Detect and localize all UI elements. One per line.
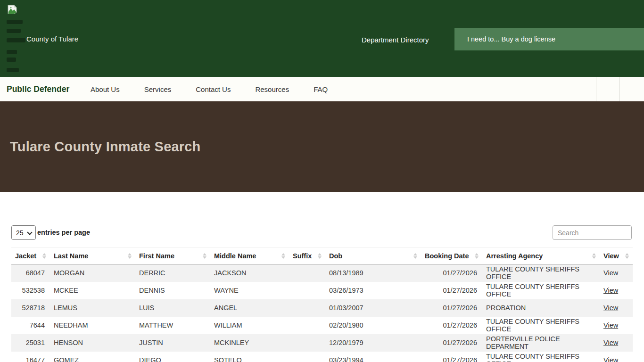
view-link[interactable]: View (603, 287, 618, 294)
cell-arresting-agency: TULARE COUNTY SHERIFFS OFFICE (482, 317, 600, 334)
cell-jacket: 7644 (11, 317, 50, 334)
sort-arrows-icon[interactable] (128, 253, 132, 259)
sort-arrows-icon[interactable] (318, 253, 322, 259)
cell-arresting-agency: TULARE COUNTY SHERIFFS OFFICE (482, 282, 600, 299)
cell-middle-name: WILLIAM (210, 317, 289, 334)
ghost-menu-line (7, 20, 23, 24)
column-header-booking-date[interactable]: Booking Date (421, 247, 482, 264)
cell-booking-date: 01/27/2026 (421, 264, 482, 282)
cell-booking-date: 01/27/2026 (421, 317, 482, 334)
department-title: Public Defender (7, 77, 69, 101)
column-header-suffix[interactable]: Suffix (289, 247, 325, 264)
cell-arresting-agency: PROBATION (482, 299, 600, 317)
column-header-middle-name[interactable]: Middle Name (210, 247, 289, 264)
cell-arresting-agency: TULARE COUNTY SHERIFFS OFFICE (482, 264, 600, 282)
department-nav: Public Defender About Us Services Contac… (0, 77, 644, 101)
cell-middle-name: SOTELO (210, 352, 289, 362)
sort-arrows-icon[interactable] (625, 253, 629, 259)
cell-dob: 01/03/2007 (325, 299, 421, 317)
ghost-menu-line (7, 58, 16, 62)
entries-per-page-label: entries per page (37, 229, 90, 236)
cell-first-name: MATTHEW (135, 317, 210, 334)
view-link[interactable]: View (603, 321, 618, 329)
cell-dob: 12/20/1979 (325, 334, 421, 352)
cell-jacket: 25031 (11, 334, 50, 352)
ghost-menu-line (7, 38, 25, 42)
table-row: 7644 NEEDHAM MATTHEW WILLIAM 02/20/1980 … (11, 317, 633, 334)
inmate-table: Jacket Last Name First Name Middle Name … (11, 247, 633, 362)
cell-suffix (289, 282, 325, 299)
cell-booking-date: 01/27/2026 (421, 299, 482, 317)
view-link[interactable]: View (603, 304, 618, 312)
nav-item-resources[interactable]: Resources (243, 85, 301, 93)
cell-jacket: 528718 (11, 299, 50, 317)
nav-item-faq[interactable]: FAQ (301, 85, 340, 93)
column-header-jacket[interactable]: Jacket (11, 247, 50, 264)
column-header-arresting-agency[interactable]: Arresting Agency (482, 247, 600, 264)
nav-item-contact-us[interactable]: Contact Us (183, 85, 243, 93)
department-directory-link[interactable]: Department Directory (362, 36, 429, 44)
cell-booking-date: 01/27/2026 (421, 334, 482, 352)
cell-first-name: LUIS (135, 299, 210, 317)
cell-dob: 02/20/1980 (325, 317, 421, 334)
table-row: 25031 HENSON JUSTIN MCKINLEY 12/20/1979 … (11, 334, 633, 352)
table-controls: 25 entries per page (11, 225, 633, 247)
cell-suffix (289, 299, 325, 317)
column-header-first-name[interactable]: First Name (135, 247, 210, 264)
site-name: County of Tulare (26, 35, 78, 43)
sort-arrows-icon[interactable] (42, 253, 46, 259)
cell-middle-name: ANGEL (210, 299, 289, 317)
sort-arrows-icon[interactable] (592, 253, 596, 259)
cell-jacket: 68047 (11, 264, 50, 282)
ghost-menu-line (7, 29, 21, 33)
ghost-menu-line (7, 50, 17, 54)
sort-arrows-icon[interactable] (475, 253, 479, 259)
cell-booking-date: 01/27/2026 (421, 352, 482, 362)
cell-last-name: LEMUS (50, 299, 135, 317)
view-link[interactable]: View (603, 356, 618, 362)
nav-divider (596, 77, 596, 101)
sort-arrows-icon[interactable] (281, 253, 285, 259)
broken-image-icon (7, 4, 18, 15)
column-header-dob[interactable]: Dob (325, 247, 421, 264)
cell-first-name: DIEGO (135, 352, 210, 362)
cell-jacket: 532538 (11, 282, 50, 299)
cell-last-name: NEEDHAM (50, 317, 135, 334)
entries-select-wrap: 25 (11, 225, 36, 240)
cell-first-name: DENNIS (135, 282, 210, 299)
ghost-menu-line (7, 68, 19, 72)
entries-per-page-select[interactable]: 25 (11, 225, 36, 240)
view-link[interactable]: View (603, 339, 618, 346)
cell-jacket: 16477 (11, 352, 50, 362)
nav-item-services[interactable]: Services (132, 85, 184, 93)
cell-booking-date: 01/27/2026 (421, 282, 482, 299)
sort-arrows-icon[interactable] (203, 253, 206, 259)
page: County of Tulare Department Directory I … (0, 0, 644, 362)
cell-last-name: MORGAN (50, 264, 135, 282)
hero-banner: Tulare County Inmate Search (0, 101, 644, 192)
view-link[interactable]: View (603, 269, 618, 277)
cell-last-name: MCKEE (50, 282, 135, 299)
nav-item-about-us[interactable]: About Us (78, 85, 132, 93)
cell-arresting-agency: TULARE COUNTY SHERIFFS OFFICE (482, 352, 600, 362)
cell-suffix (289, 317, 325, 334)
page-title: Tulare County Inmate Search (10, 139, 201, 155)
column-header-last-name[interactable]: Last Name (50, 247, 135, 264)
cell-first-name: JUSTIN (135, 334, 210, 352)
cell-arresting-agency: PORTERVILLE POLICE DEPARMENT (482, 334, 600, 352)
i-need-to-button[interactable]: I need to... Buy a dog license (454, 28, 644, 50)
nav-divider (619, 77, 620, 101)
search-input[interactable] (553, 225, 632, 240)
cell-middle-name: JACKSON (210, 264, 289, 282)
sort-arrows-icon[interactable] (413, 253, 417, 259)
table-row: 532538 MCKEE DENNIS WAYNE 03/26/1973 01/… (11, 282, 633, 299)
cell-suffix (289, 334, 325, 352)
table-row: 528718 LEMUS LUIS ANGEL 01/03/2007 01/27… (11, 299, 633, 317)
cell-middle-name: MCKINLEY (210, 334, 289, 352)
table-header-row: Jacket Last Name First Name Middle Name … (11, 247, 633, 264)
column-header-view[interactable]: View (600, 247, 633, 264)
cell-dob: 08/13/1989 (325, 264, 421, 282)
cell-dob: 03/23/1994 (325, 352, 421, 362)
cell-last-name: GOMEZ (50, 352, 135, 362)
cell-suffix (289, 352, 325, 362)
